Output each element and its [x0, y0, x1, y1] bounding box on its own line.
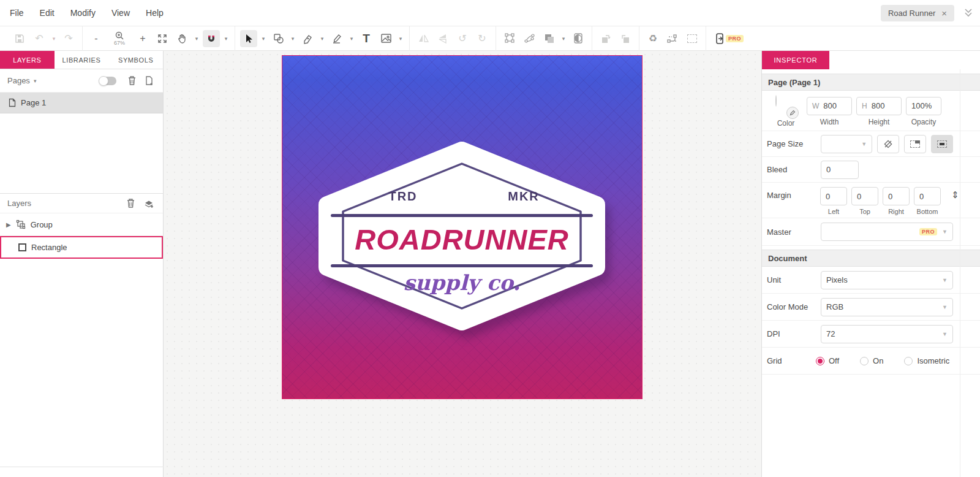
fit-screen-icon[interactable] — [154, 30, 171, 47]
add-page-icon[interactable] — [142, 74, 156, 88]
pen-tool-icon[interactable] — [299, 30, 316, 47]
image-tool-icon[interactable] — [377, 30, 394, 47]
page-section-header: Page (Page 1) — [762, 74, 980, 91]
menu-edit[interactable]: Edit — [40, 8, 55, 18]
rotate-cw-icon[interactable]: ↻ — [473, 30, 491, 47]
toolbar-group-arrange: ▾ — [496, 30, 592, 47]
design-page[interactable]: TRD MKR ROADRUNNER supply co. — [282, 56, 642, 399]
margin-bottom-value: 0 — [919, 192, 924, 201]
image-tool-dropdown-icon[interactable]: ▾ — [397, 36, 404, 42]
opacity-field[interactable]: 100% — [906, 97, 941, 115]
menu-bar: File Edit Modify View Help Road Runner × — [0, 0, 980, 26]
transform-icon[interactable] — [501, 30, 518, 47]
margin-top-field[interactable]: 0 — [851, 187, 878, 205]
arrange-dropdown-icon[interactable]: ▾ — [560, 36, 567, 42]
marquee-select-icon[interactable] — [684, 30, 701, 47]
hand-tool-dropdown-icon[interactable]: ▾ — [193, 36, 200, 42]
zoom-out-button[interactable]: - — [88, 30, 105, 47]
redo-icon[interactable]: ↷ — [60, 30, 77, 47]
collapse-ui-icon[interactable] — [964, 8, 973, 18]
page-color-swatch[interactable] — [775, 96, 796, 116]
tab-symbols[interactable]: SYMBOLS — [108, 51, 163, 69]
layer-row-rectangle[interactable]: Rectangle — [0, 236, 163, 259]
menu-view[interactable]: View — [111, 8, 130, 18]
hand-tool-icon[interactable] — [173, 30, 190, 47]
group-icon — [16, 219, 26, 229]
delete-page-icon[interactable] — [125, 74, 138, 88]
menu-help[interactable]: Help — [146, 8, 164, 18]
snapping-dropdown-icon[interactable]: ▾ — [222, 36, 230, 42]
master-select[interactable]: PRO ▼ — [821, 223, 953, 241]
tab-inspector[interactable]: INSPECTOR — [762, 51, 829, 69]
toolbar-group-mockup: PRO — [706, 30, 748, 47]
height-field[interactable]: H 800 — [856, 97, 902, 115]
chevron-down-icon: ▼ — [942, 277, 948, 283]
edit-points-icon[interactable] — [521, 30, 538, 47]
tab-layers[interactable]: LAYERS — [0, 51, 55, 69]
grid-option-isometric[interactable]: Isometric — [904, 356, 949, 365]
zoom-level-button[interactable]: 67% — [107, 30, 132, 47]
flip-horizontal-icon[interactable] — [415, 30, 432, 47]
arrange-layers-icon[interactable] — [540, 30, 557, 47]
grid-option-on[interactable]: On — [860, 356, 883, 365]
orientation-button[interactable] — [877, 135, 899, 153]
page-size-row: Page Size ▼ — [762, 131, 980, 157]
roadrunner-badge[interactable]: TRD MKR ROADRUNNER supply co. — [305, 145, 619, 327]
snapping-magnet-icon[interactable] — [203, 30, 220, 47]
zoom-in-button[interactable]: + — [134, 30, 151, 47]
bring-forward-icon[interactable] — [597, 30, 614, 47]
text-tool-icon[interactable]: T — [358, 30, 375, 47]
margin-bottom-group: 0 Bottom — [914, 187, 941, 215]
connector-icon[interactable] — [664, 30, 681, 47]
pointer-tool-icon[interactable] — [240, 30, 257, 47]
send-backward-icon[interactable] — [617, 30, 634, 47]
margin-bottom-field[interactable]: 0 — [914, 187, 941, 205]
bleed-label: Bleed — [767, 165, 816, 174]
margin-left-field[interactable]: 0 — [820, 187, 847, 205]
color-mode-select[interactable]: RGB ▼ — [821, 298, 953, 316]
page-list-item-page1[interactable]: Page 1 — [0, 93, 163, 113]
rotate-ccw-icon[interactable]: ↺ — [454, 30, 471, 47]
link-margins-icon[interactable]: ⇕ — [951, 189, 959, 200]
bleed-field[interactable]: 0 — [821, 161, 859, 179]
layers-header-label: Layers — [7, 199, 31, 208]
menu-modify[interactable]: Modify — [70, 8, 96, 18]
pages-dropdown-icon[interactable]: ▾ — [34, 78, 37, 84]
freehand-tool-dropdown-icon[interactable]: ▾ — [348, 36, 355, 42]
tab-libraries[interactable]: LIBRARIES — [55, 51, 109, 69]
unit-select[interactable]: Pixels ▼ — [821, 271, 953, 289]
badge-title-text: ROADRUNNER — [305, 223, 619, 256]
pages-toggle[interactable] — [99, 77, 116, 85]
dpi-select[interactable]: 72 ▼ — [821, 325, 953, 343]
convert-path-icon[interactable]: ♻ — [644, 30, 662, 47]
save-icon[interactable] — [11, 30, 28, 47]
undo-icon[interactable]: ↶ — [31, 30, 48, 47]
freehand-tool-icon[interactable] — [328, 30, 345, 47]
add-layer-icon[interactable] — [142, 197, 156, 210]
fit-page-to-selection-button[interactable] — [931, 135, 953, 153]
margin-right-field[interactable]: 0 — [883, 187, 910, 205]
delete-layer-icon[interactable] — [124, 197, 137, 210]
margin-top-value: 0 — [857, 192, 861, 201]
expand-group-icon[interactable]: ▶ — [6, 221, 11, 228]
document-tab[interactable]: Road Runner × — [881, 5, 954, 21]
mask-icon[interactable] — [570, 30, 587, 47]
fit-page-to-content-button[interactable] — [904, 135, 926, 153]
pen-tool-dropdown-icon[interactable]: ▾ — [318, 36, 326, 42]
menu-file[interactable]: File — [10, 8, 24, 18]
flip-vertical-icon[interactable] — [434, 30, 451, 47]
shape-tool-dropdown-icon[interactable]: ▾ — [289, 36, 296, 42]
canvas-area[interactable]: TRD MKR ROADRUNNER supply co. — [164, 51, 761, 477]
width-field[interactable]: W 800 — [807, 97, 852, 115]
opacity-value: 100% — [911, 101, 932, 110]
close-tab-icon[interactable]: × — [941, 8, 947, 18]
pointer-tool-dropdown-icon[interactable]: ▾ — [260, 36, 267, 42]
master-label: Master — [767, 227, 816, 237]
history-dropdown-icon[interactable]: ▾ — [50, 36, 58, 42]
eyedropper-icon[interactable] — [786, 107, 799, 119]
shape-tool-icon[interactable] — [270, 30, 287, 47]
margin-label: Margin — [767, 191, 816, 200]
grid-option-off[interactable]: Off — [816, 356, 839, 365]
page-size-select[interactable]: ▼ — [821, 135, 872, 153]
layer-row-group[interactable]: ▶ Group — [0, 213, 163, 236]
